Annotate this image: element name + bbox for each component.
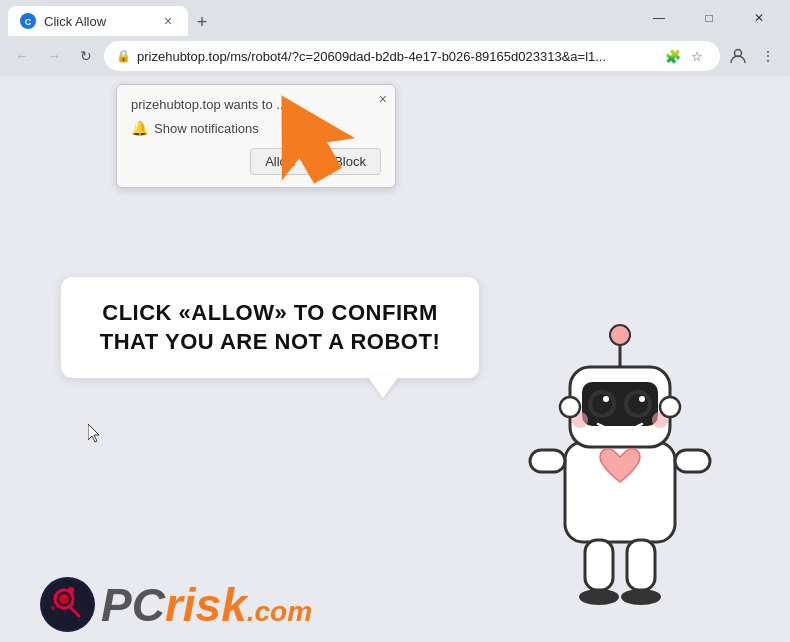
tab-close-btn[interactable]: × [160, 13, 176, 29]
svg-rect-19 [675, 450, 710, 472]
svg-point-13 [628, 394, 648, 414]
svg-rect-23 [627, 540, 655, 590]
svg-point-30 [68, 587, 74, 593]
tab-area: C Click Allow × + [8, 0, 632, 36]
svg-point-20 [560, 397, 580, 417]
svg-point-12 [592, 394, 612, 414]
new-tab-button[interactable]: + [188, 8, 216, 36]
orange-arrow [260, 86, 350, 190]
window-controls: — □ ✕ [636, 4, 782, 32]
bell-icon: 🔔 [131, 120, 148, 136]
lock-icon: 🔒 [116, 49, 131, 63]
extensions-button[interactable]: 🧩 [662, 45, 684, 67]
svg-point-25 [621, 589, 661, 605]
close-button[interactable]: ✕ [736, 4, 782, 32]
tab-title: Click Allow [44, 14, 106, 29]
address-actions: 🧩 ☆ [662, 45, 708, 67]
speech-bubble: CLICK «ALLOW» TO CONFIRM THAT YOU ARE NO… [60, 276, 480, 379]
bookmark-button[interactable]: ☆ [686, 45, 708, 67]
pcrisk-text-block: PCrisk.com [101, 582, 312, 628]
menu-button[interactable]: ⋮ [754, 42, 782, 70]
svg-point-14 [603, 396, 609, 402]
maximize-button[interactable]: □ [686, 4, 732, 32]
robot-character [510, 302, 730, 622]
pc-text: PC [101, 582, 165, 628]
svg-point-24 [579, 589, 619, 605]
title-bar: C Click Allow × + — □ ✕ [0, 0, 790, 36]
svg-rect-18 [530, 450, 565, 472]
back-button[interactable]: ← [8, 42, 36, 70]
browser-window: C Click Allow × + — □ ✕ ← → ↻ 🔒 prizehub… [0, 0, 790, 642]
svg-point-8 [610, 325, 630, 345]
nav-bar: ← → ↻ 🔒 prizehubtop.top/ms/robot4/?c=206… [0, 36, 790, 76]
mouse-cursor [88, 424, 100, 442]
svg-point-31 [51, 606, 55, 610]
svg-text:C: C [25, 17, 32, 27]
tab-favicon: C [20, 13, 36, 29]
forward-button[interactable]: → [40, 42, 68, 70]
address-bar[interactable]: 🔒 prizehubtop.top/ms/robot4/?c=20609dad-… [104, 41, 720, 71]
pcrisk-logo: PCrisk.com [40, 577, 312, 632]
svg-point-26 [43, 580, 93, 630]
minimize-button[interactable]: — [636, 4, 682, 32]
svg-rect-22 [585, 540, 613, 590]
domain-text: .com [247, 598, 312, 626]
svg-point-29 [59, 594, 69, 604]
address-text: prizehubtop.top/ms/robot4/?c=20609dad-b2… [137, 49, 656, 64]
speech-bubble-text: CLICK «ALLOW» TO CONFIRM THAT YOU ARE NO… [89, 299, 451, 356]
risk-text: risk [165, 582, 247, 628]
refresh-button[interactable]: ↻ [72, 42, 100, 70]
profile-button[interactable] [724, 42, 752, 70]
active-tab[interactable]: C Click Allow × [8, 6, 188, 36]
right-nav-buttons: ⋮ [724, 42, 782, 70]
svg-point-15 [639, 396, 645, 402]
svg-point-21 [660, 397, 680, 417]
pcrisk-icon [40, 577, 95, 632]
notif-show-text: Show notifications [154, 121, 259, 136]
page-content: × prizehubtop.top wants to ... 🔔 Show no… [0, 76, 790, 642]
notif-close-btn[interactable]: × [379, 91, 387, 107]
svg-marker-4 [248, 77, 362, 195]
